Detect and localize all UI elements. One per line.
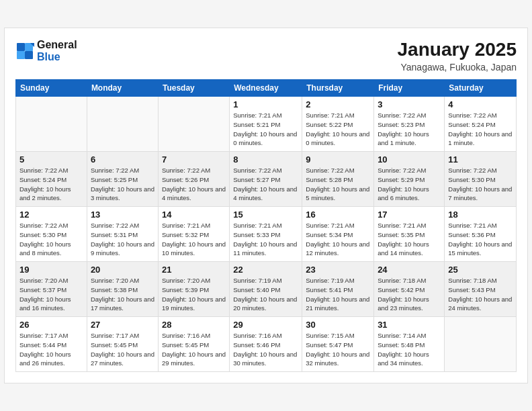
day-info: Sunrise: 7:16 AM Sunset: 5:45 PM Dayligh… xyxy=(162,331,226,368)
day-number: 18 xyxy=(448,210,513,220)
day-number: 1 xyxy=(233,99,298,109)
calendar-header: General Blue January 2025 Yanagawa, Fuku… xyxy=(15,39,517,73)
table-row: 2Sunrise: 7:21 AM Sunset: 5:22 PM Daylig… xyxy=(302,97,374,152)
day-info: Sunrise: 7:15 AM Sunset: 5:47 PM Dayligh… xyxy=(306,331,370,368)
day-info: Sunrise: 7:22 AM Sunset: 5:28 PM Dayligh… xyxy=(306,166,370,203)
day-info: Sunrise: 7:22 AM Sunset: 5:24 PM Dayligh… xyxy=(19,166,83,203)
header-sunday: Sunday xyxy=(16,80,87,97)
day-info: Sunrise: 7:20 AM Sunset: 5:38 PM Dayligh… xyxy=(91,276,154,313)
table-row: 9Sunrise: 7:22 AM Sunset: 5:28 PM Daylig… xyxy=(302,152,374,207)
day-number: 28 xyxy=(162,320,226,330)
calendar-week-row: 26Sunrise: 7:17 AM Sunset: 5:44 PM Dayli… xyxy=(16,317,517,372)
svg-rect-0 xyxy=(17,43,25,51)
svg-rect-2 xyxy=(17,51,25,59)
table-row: 30Sunrise: 7:15 AM Sunset: 5:47 PM Dayli… xyxy=(302,317,374,372)
table-row xyxy=(158,97,229,152)
day-number: 2 xyxy=(306,99,370,109)
table-row: 10Sunrise: 7:22 AM Sunset: 5:29 PM Dayli… xyxy=(374,152,445,207)
day-number: 12 xyxy=(19,210,83,220)
table-row: 11Sunrise: 7:22 AM Sunset: 5:30 PM Dayli… xyxy=(445,152,517,207)
day-info: Sunrise: 7:22 AM Sunset: 5:31 PM Dayligh… xyxy=(91,221,154,258)
day-number: 8 xyxy=(233,154,298,165)
day-info: Sunrise: 7:21 AM Sunset: 5:21 PM Dayligh… xyxy=(233,111,298,148)
table-row: 26Sunrise: 7:17 AM Sunset: 5:44 PM Dayli… xyxy=(16,317,87,372)
day-info: Sunrise: 7:22 AM Sunset: 5:29 PM Dayligh… xyxy=(378,166,441,203)
table-row: 16Sunrise: 7:21 AM Sunset: 5:34 PM Dayli… xyxy=(302,207,374,262)
table-row: 25Sunrise: 7:18 AM Sunset: 5:43 PM Dayli… xyxy=(445,262,517,317)
day-info: Sunrise: 7:18 AM Sunset: 5:43 PM Dayligh… xyxy=(448,276,513,313)
day-number: 27 xyxy=(91,320,154,330)
table-row: 21Sunrise: 7:20 AM Sunset: 5:39 PM Dayli… xyxy=(158,262,229,317)
day-info: Sunrise: 7:22 AM Sunset: 5:30 PM Dayligh… xyxy=(448,166,513,203)
day-info: Sunrise: 7:21 AM Sunset: 5:36 PM Dayligh… xyxy=(448,221,513,258)
table-row: 23Sunrise: 7:19 AM Sunset: 5:41 PM Dayli… xyxy=(302,262,374,317)
table-row xyxy=(16,97,87,152)
table-row: 20Sunrise: 7:20 AM Sunset: 5:38 PM Dayli… xyxy=(87,262,158,317)
header-monday: Monday xyxy=(87,80,158,97)
day-number: 17 xyxy=(378,210,441,220)
location-text: Yanagawa, Fukuoka, Japan xyxy=(398,62,517,73)
day-number: 22 xyxy=(233,265,298,275)
day-number: 23 xyxy=(306,265,370,275)
day-number: 24 xyxy=(378,265,441,275)
table-row: 8Sunrise: 7:22 AM Sunset: 5:27 PM Daylig… xyxy=(230,152,302,207)
day-info: Sunrise: 7:20 AM Sunset: 5:37 PM Dayligh… xyxy=(19,276,83,313)
table-row: 13Sunrise: 7:22 AM Sunset: 5:31 PM Dayli… xyxy=(87,207,158,262)
day-number: 6 xyxy=(91,154,154,165)
calendar-week-row: 19Sunrise: 7:20 AM Sunset: 5:37 PM Dayli… xyxy=(16,262,517,317)
calendar-container: General Blue January 2025 Yanagawa, Fuku… xyxy=(4,28,528,383)
logo-blue-text: Blue xyxy=(37,51,60,62)
day-number: 5 xyxy=(19,154,83,165)
day-info: Sunrise: 7:21 AM Sunset: 5:35 PM Dayligh… xyxy=(378,221,441,258)
day-number: 10 xyxy=(378,154,441,165)
header-thursday: Thursday xyxy=(302,80,374,97)
calendar-table: Sunday Monday Tuesday Wednesday Thursday… xyxy=(15,79,517,372)
logo-general-text: General xyxy=(37,39,77,50)
header-wednesday: Wednesday xyxy=(230,80,302,97)
table-row: 7Sunrise: 7:22 AM Sunset: 5:26 PM Daylig… xyxy=(158,152,229,207)
day-number: 25 xyxy=(448,265,513,275)
day-number: 16 xyxy=(306,210,370,220)
header-friday: Friday xyxy=(374,80,445,97)
table-row: 6Sunrise: 7:22 AM Sunset: 5:25 PM Daylig… xyxy=(87,152,158,207)
day-number: 31 xyxy=(378,320,441,330)
day-info: Sunrise: 7:22 AM Sunset: 5:25 PM Dayligh… xyxy=(91,166,154,203)
month-title: January 2025 xyxy=(398,39,517,60)
table-row: 18Sunrise: 7:21 AM Sunset: 5:36 PM Dayli… xyxy=(445,207,517,262)
table-row: 22Sunrise: 7:19 AM Sunset: 5:40 PM Dayli… xyxy=(230,262,302,317)
table-row: 14Sunrise: 7:21 AM Sunset: 5:32 PM Dayli… xyxy=(158,207,229,262)
day-info: Sunrise: 7:17 AM Sunset: 5:45 PM Dayligh… xyxy=(91,331,154,368)
table-row: 31Sunrise: 7:14 AM Sunset: 5:48 PM Dayli… xyxy=(374,317,445,372)
day-number: 7 xyxy=(162,154,226,165)
table-row: 1Sunrise: 7:21 AM Sunset: 5:21 PM Daylig… xyxy=(230,97,302,152)
day-number: 15 xyxy=(233,210,298,220)
day-info: Sunrise: 7:19 AM Sunset: 5:41 PM Dayligh… xyxy=(306,276,370,313)
day-info: Sunrise: 7:22 AM Sunset: 5:30 PM Dayligh… xyxy=(19,221,83,258)
table-row: 17Sunrise: 7:21 AM Sunset: 5:35 PM Dayli… xyxy=(374,207,445,262)
table-row: 28Sunrise: 7:16 AM Sunset: 5:45 PM Dayli… xyxy=(158,317,229,372)
day-number: 11 xyxy=(448,154,513,165)
day-info: Sunrise: 7:22 AM Sunset: 5:24 PM Dayligh… xyxy=(448,111,513,148)
table-row: 27Sunrise: 7:17 AM Sunset: 5:45 PM Dayli… xyxy=(87,317,158,372)
day-info: Sunrise: 7:22 AM Sunset: 5:26 PM Dayligh… xyxy=(162,166,226,203)
day-number: 13 xyxy=(91,210,154,220)
day-info: Sunrise: 7:22 AM Sunset: 5:23 PM Dayligh… xyxy=(378,111,441,148)
table-row: 3Sunrise: 7:22 AM Sunset: 5:23 PM Daylig… xyxy=(374,97,445,152)
day-number: 21 xyxy=(162,265,226,275)
day-number: 26 xyxy=(19,320,83,330)
day-info: Sunrise: 7:17 AM Sunset: 5:44 PM Dayligh… xyxy=(19,331,83,368)
day-info: Sunrise: 7:20 AM Sunset: 5:39 PM Dayligh… xyxy=(162,276,226,313)
table-row: 19Sunrise: 7:20 AM Sunset: 5:37 PM Dayli… xyxy=(16,262,87,317)
table-row xyxy=(87,97,158,152)
day-number: 19 xyxy=(19,265,83,275)
table-row: 5Sunrise: 7:22 AM Sunset: 5:24 PM Daylig… xyxy=(16,152,87,207)
day-number: 9 xyxy=(306,154,370,165)
header-saturday: Saturday xyxy=(445,80,517,97)
day-number: 14 xyxy=(162,210,226,220)
day-info: Sunrise: 7:21 AM Sunset: 5:22 PM Dayligh… xyxy=(306,111,370,148)
day-number: 3 xyxy=(378,99,441,109)
weekday-header-row: Sunday Monday Tuesday Wednesday Thursday… xyxy=(16,80,517,97)
day-number: 29 xyxy=(233,320,298,330)
day-info: Sunrise: 7:22 AM Sunset: 5:27 PM Dayligh… xyxy=(233,166,298,203)
day-info: Sunrise: 7:21 AM Sunset: 5:33 PM Dayligh… xyxy=(233,221,298,258)
